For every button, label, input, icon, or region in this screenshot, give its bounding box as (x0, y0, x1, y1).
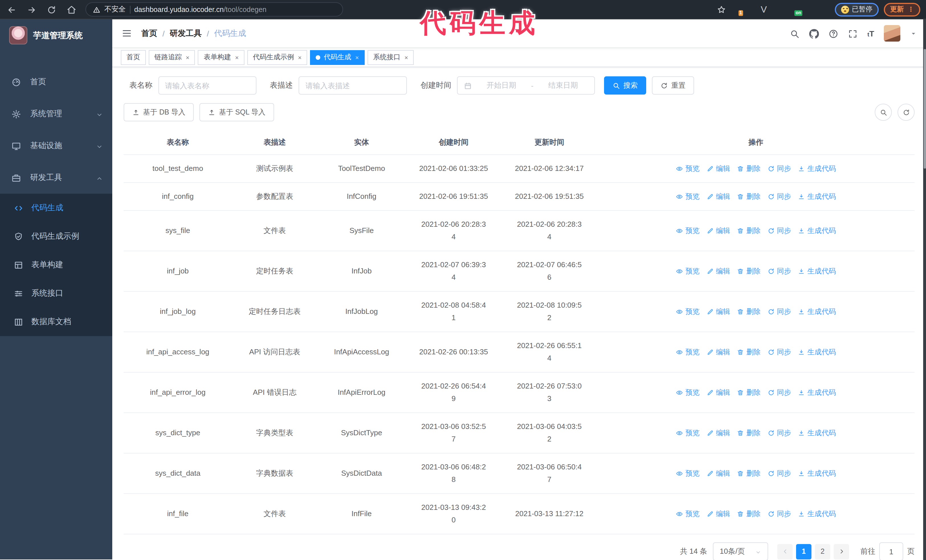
refresh-table-button[interactable] (897, 104, 915, 121)
browser-home-icon[interactable] (67, 4, 76, 15)
tab-首页[interactable]: 首页 (121, 50, 146, 65)
extension-android-icon[interactable] (805, 5, 815, 14)
delete-link[interactable]: 删除 (737, 467, 761, 480)
caret-down-icon[interactable] (910, 28, 917, 38)
prev-page-button[interactable] (777, 544, 793, 559)
close-icon[interactable]: × (298, 54, 302, 61)
paused-badge[interactable]: 已暂停 (835, 3, 879, 16)
sidebar-item-基础设施[interactable]: 基础设施 (0, 130, 112, 162)
delete-link[interactable]: 删除 (737, 225, 761, 237)
font-size-icon[interactable]: tT (867, 29, 874, 38)
goto-page-input[interactable] (879, 542, 903, 560)
generate-code-link[interactable]: 生成代码 (798, 427, 836, 439)
generate-code-link[interactable]: 生成代码 (798, 346, 836, 358)
kebab-menu-icon[interactable]: ⋮ (908, 6, 914, 13)
table-name-input[interactable] (158, 76, 256, 95)
edit-link[interactable]: 编辑 (707, 386, 730, 399)
generate-code-link[interactable]: 生成代码 (798, 162, 836, 175)
avatar[interactable] (884, 25, 900, 42)
table-desc-input[interactable] (299, 76, 407, 95)
sync-link[interactable]: 同步 (767, 305, 791, 318)
sidebar-subitem-代码生成示例[interactable]: 代码生成示例 (0, 222, 112, 251)
edit-link[interactable]: 编辑 (707, 265, 730, 278)
sidebar-subitem-代码生成[interactable]: 代码生成 (0, 194, 112, 222)
delete-link[interactable]: 删除 (737, 346, 761, 358)
preview-link[interactable]: 预览 (676, 265, 700, 278)
app-logo-row[interactable]: 芋道管理系统 (0, 20, 112, 51)
browser-back-icon[interactable] (7, 4, 17, 15)
generate-code-link[interactable]: 生成代码 (798, 467, 836, 480)
extension-on-icon[interactable]: on (790, 5, 800, 14)
extension-check-icon[interactable]: V (761, 5, 770, 14)
sync-link[interactable]: 同步 (767, 265, 791, 278)
generate-code-link[interactable]: 生成代码 (798, 190, 836, 203)
preview-link[interactable]: 预览 (676, 162, 700, 175)
close-icon[interactable]: × (405, 54, 408, 61)
tab-链路追踪[interactable]: 链路追踪 × (149, 50, 195, 65)
edit-link[interactable]: 编辑 (707, 305, 730, 318)
update-button[interactable]: 更新 ⋮ (884, 3, 920, 16)
edit-link[interactable]: 编辑 (707, 162, 730, 175)
sync-link[interactable]: 同步 (767, 162, 791, 175)
extension-ring-icon[interactable]: 1 (731, 5, 741, 14)
sidebar-item-系统管理[interactable]: 系统管理 (0, 98, 112, 130)
breadcrumb-item[interactable]: 首页 (141, 28, 157, 38)
help-icon[interactable] (829, 28, 838, 39)
sync-link[interactable]: 同步 (767, 386, 791, 399)
address-bar[interactable]: 不安全 dashboard.yudao.iocoder.cn/tool/code… (85, 2, 343, 17)
search-icon[interactable] (790, 28, 799, 39)
sync-link[interactable]: 同步 (767, 346, 791, 358)
page-button-1[interactable]: 1 (796, 544, 811, 559)
tab-表单构建[interactable]: 表单构建 × (198, 50, 244, 65)
next-page-button[interactable] (834, 544, 849, 559)
edit-link[interactable]: 编辑 (707, 346, 730, 358)
edit-link[interactable]: 编辑 (707, 507, 730, 520)
delete-link[interactable]: 删除 (737, 507, 761, 520)
search-button[interactable]: 搜索 (604, 76, 646, 95)
sync-link[interactable]: 同步 (767, 467, 791, 480)
preview-link[interactable]: 预览 (676, 346, 700, 358)
preview-link[interactable]: 预览 (676, 225, 700, 237)
generate-code-link[interactable]: 生成代码 (798, 507, 836, 520)
breadcrumb-item[interactable]: 研发工具 (170, 28, 202, 38)
sidebar-item-首页[interactable]: 首页 (0, 66, 112, 98)
extension-gem-icon[interactable] (746, 5, 756, 14)
sync-link[interactable]: 同步 (767, 427, 791, 439)
sidebar-subitem-数据库文档[interactable]: 数据库文档 (0, 308, 112, 336)
sync-link[interactable]: 同步 (767, 225, 791, 237)
date-range-picker[interactable]: 开始日期 - 结束日期 (457, 76, 595, 95)
sidebar-subitem-系统接口[interactable]: 系统接口 (0, 279, 112, 308)
preview-link[interactable]: 预览 (676, 305, 700, 318)
close-icon[interactable]: × (235, 54, 239, 61)
delete-link[interactable]: 删除 (737, 265, 761, 278)
sql-import-button[interactable]: 基于 SQL 导入 (200, 103, 274, 121)
extension-puzzle-icon[interactable] (820, 5, 830, 14)
preview-link[interactable]: 预览 (676, 507, 700, 520)
github-icon[interactable] (809, 28, 819, 39)
generate-code-link[interactable]: 生成代码 (798, 225, 836, 237)
page-size-select[interactable]: 10条/页 (713, 542, 768, 560)
preview-link[interactable]: 预览 (676, 467, 700, 480)
preview-link[interactable]: 预览 (676, 386, 700, 399)
edit-link[interactable]: 编辑 (707, 190, 730, 203)
edit-link[interactable]: 编辑 (707, 427, 730, 439)
delete-link[interactable]: 删除 (737, 427, 761, 439)
tab-系统接口[interactable]: 系统接口 × (368, 50, 414, 65)
generate-code-link[interactable]: 生成代码 (798, 265, 836, 278)
edit-link[interactable]: 编辑 (707, 467, 730, 480)
tab-代码生成[interactable]: 代码生成 × (310, 50, 365, 65)
sidebar-item-研发工具[interactable]: 研发工具 (0, 162, 112, 194)
browser-forward-icon[interactable] (27, 4, 36, 15)
fullscreen-icon[interactable] (848, 28, 858, 39)
scrollbar-thumb[interactable] (923, 49, 926, 169)
bookmark-star-icon[interactable] (717, 4, 726, 15)
edit-link[interactable]: 编辑 (707, 225, 730, 237)
sync-link[interactable]: 同步 (767, 190, 791, 203)
delete-link[interactable]: 删除 (737, 162, 761, 175)
close-icon[interactable]: × (186, 54, 189, 61)
generate-code-link[interactable]: 生成代码 (798, 386, 836, 399)
hamburger-icon[interactable] (121, 28, 132, 39)
toggle-search-button[interactable] (875, 104, 892, 121)
db-import-button[interactable]: 基于 DB 导入 (124, 103, 194, 121)
extension-columns-icon[interactable] (776, 5, 785, 14)
